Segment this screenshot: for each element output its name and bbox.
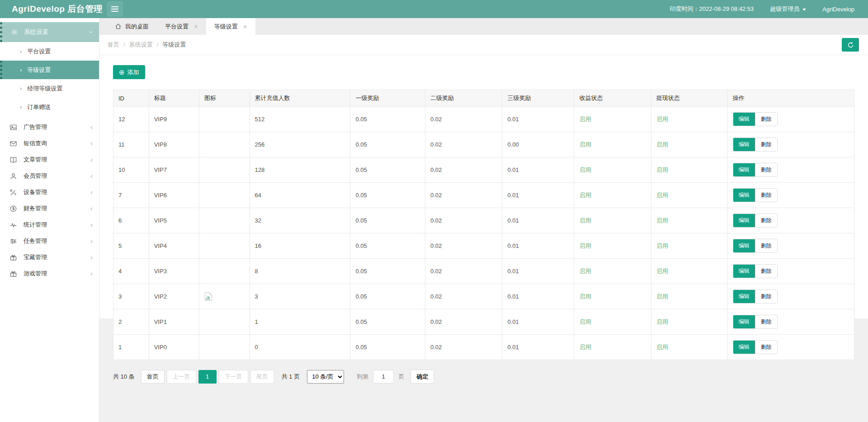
sidebar-item-9[interactable]: 宝藏管理‹ [0, 249, 99, 266]
cell-recharge: 256 [250, 132, 350, 157]
delete-button[interactable]: 删除 [755, 113, 777, 126]
chevron-right-icon: › [20, 48, 22, 55]
edit-button[interactable]: 编辑 [733, 113, 755, 126]
cell-reward1: 0.05 [350, 259, 425, 284]
edit-button[interactable]: 编辑 [733, 341, 755, 354]
goto-page-input[interactable] [373, 370, 394, 384]
cell-icon [199, 107, 250, 132]
tab-3[interactable]: 等级设置× [206, 18, 255, 35]
brand-link[interactable]: AgriDevelop [822, 6, 854, 13]
chevron-collapsed-icon: ‹ [90, 123, 93, 131]
cell-income-status: 启用 [574, 208, 651, 233]
sidebar-section-system-settings[interactable]: 系统设置 › [0, 22, 99, 42]
cell-id: 12 [113, 107, 149, 132]
sidebar-item-8[interactable]: 任务管理‹ [0, 233, 99, 249]
close-icon[interactable]: × [243, 23, 247, 30]
delete-button[interactable]: 删除 [755, 265, 777, 278]
cell-withdraw-status: 启用 [651, 233, 727, 259]
dollar-icon [9, 205, 17, 213]
breadcrumb-item-3: 等级设置 [162, 41, 186, 48]
first-page-button[interactable]: 首页 [141, 370, 165, 384]
cell-reward3: 0.01 [502, 208, 574, 233]
add-button[interactable]: ⊕ 添加 [113, 65, 145, 79]
sidebar-item-10[interactable]: 游戏管理‹ [0, 266, 99, 282]
breadcrumb-item-1[interactable]: 首页 [108, 41, 119, 48]
cell-recharge: 64 [250, 183, 350, 208]
prev-page-button: 上一页 [167, 370, 196, 384]
mail-icon [9, 140, 17, 147]
tab-2[interactable]: 平台设置× [157, 18, 206, 35]
sidebar-subitem-4[interactable]: ›订单赠送 [0, 98, 99, 116]
cell-reward3: 0.01 [502, 183, 574, 208]
edit-button[interactable]: 编辑 [733, 189, 755, 202]
current-page-button[interactable]: 1 [198, 370, 217, 384]
pagination: 共 10 条 首页 上一页 1 下一页 尾页 共 1 页 10 条/页 到第 页… [113, 370, 854, 384]
cell-title: VIP3 [149, 259, 199, 284]
edit-button[interactable]: 编辑 [733, 163, 755, 176]
gear-icon [11, 28, 18, 36]
delete-button[interactable]: 删除 [755, 315, 777, 328]
sidebar-subitem-3[interactable]: ›经理等级设置 [0, 79, 99, 98]
column-header: 图标 [199, 90, 250, 107]
breadcrumb-item-2[interactable]: 系统设置 [129, 41, 153, 48]
gift-icon [9, 270, 17, 278]
delete-button[interactable]: 删除 [755, 189, 777, 202]
cell-withdraw-status: 启用 [651, 208, 727, 233]
edit-button[interactable]: 编辑 [733, 315, 755, 328]
cell-title: VIP1 [149, 309, 199, 335]
broken-image-icon [204, 292, 244, 301]
breadcrumb: 首页/系统设置/等级设置 [108, 41, 186, 49]
column-header: 一级奖励 [350, 90, 425, 107]
cell-reward1: 0.05 [350, 233, 425, 259]
sidebar: 系统设置 › ›平台设置›等级设置›经理等级设置›订单赠送 广告管理‹短信查询‹… [0, 18, 99, 422]
cell-recharge: 512 [250, 107, 350, 132]
cell-reward2: 0.02 [425, 183, 502, 208]
user-dropdown[interactable]: 超级管理员 [770, 5, 806, 13]
table-row: 11VIP82560.050.020.00启用启用编辑删除 [113, 132, 854, 157]
sidebar-item-1[interactable]: 广告管理‹ [0, 119, 99, 135]
cell-icon [199, 309, 250, 335]
delete-button[interactable]: 删除 [755, 341, 777, 354]
close-icon[interactable]: × [194, 23, 198, 30]
tab-label: 等级设置 [214, 23, 238, 31]
sidebar-submenu: ›平台设置›等级设置›经理等级设置›订单赠送 [0, 42, 99, 116]
edit-button[interactable]: 编辑 [733, 214, 755, 227]
hamburger-menu-icon[interactable] [107, 1, 123, 17]
edit-button[interactable]: 编辑 [733, 138, 755, 151]
cell-icon [199, 284, 250, 309]
cell-reward2: 0.02 [425, 335, 502, 360]
chevron-collapsed-icon: ‹ [90, 156, 93, 163]
delete-button[interactable]: 删除 [755, 138, 777, 151]
delete-button[interactable]: 删除 [755, 214, 777, 227]
tab-1[interactable]: 我的桌面 [107, 18, 157, 35]
chevron-collapsed-icon: ‹ [90, 270, 93, 277]
sidebar-subitem-1[interactable]: ›平台设置 [0, 42, 99, 61]
delete-button[interactable]: 删除 [755, 163, 777, 176]
sidebar-subitem-2[interactable]: ›等级设置 [0, 61, 99, 79]
sidebar-item-6[interactable]: 财务管理‹ [0, 200, 99, 217]
sidebar-item-3[interactable]: 文章管理‹ [0, 152, 99, 168]
sidebar-item-4[interactable]: 会员管理‹ [0, 168, 99, 184]
delete-button[interactable]: 删除 [755, 239, 777, 252]
breadcrumb-separator: / [123, 41, 125, 48]
app-title: AgriDevelop 后台管理 [0, 3, 100, 15]
sidebar-item-7[interactable]: 统计管理‹ [0, 217, 99, 233]
per-page-select[interactable]: 10 条/页 [307, 370, 344, 384]
edit-button[interactable]: 编辑 [733, 239, 755, 252]
edit-button[interactable]: 编辑 [733, 290, 755, 303]
confirm-button[interactable]: 确定 [410, 370, 434, 384]
cell-recharge: 0 [250, 335, 350, 360]
refresh-button[interactable] [842, 38, 859, 52]
cell-title: VIP4 [149, 233, 199, 259]
sidebar-item-5[interactable]: 设备管理‹ [0, 184, 99, 200]
breadcrumb-bar: 首页/系统设置/等级设置 [99, 35, 868, 55]
chevron-collapsed-icon: ‹ [90, 221, 93, 228]
breadcrumb-separator: / [157, 41, 159, 48]
table-row: 7VIP6640.050.020.01启用启用编辑删除 [113, 183, 854, 208]
sidebar-item-2[interactable]: 短信查询‹ [0, 135, 99, 152]
cell-withdraw-status: 启用 [651, 259, 727, 284]
edit-button[interactable]: 编辑 [733, 265, 755, 278]
cell-title: VIP0 [149, 335, 199, 360]
delete-button[interactable]: 删除 [755, 290, 777, 303]
table-row: 2VIP110.050.020.01启用启用编辑删除 [113, 309, 854, 335]
